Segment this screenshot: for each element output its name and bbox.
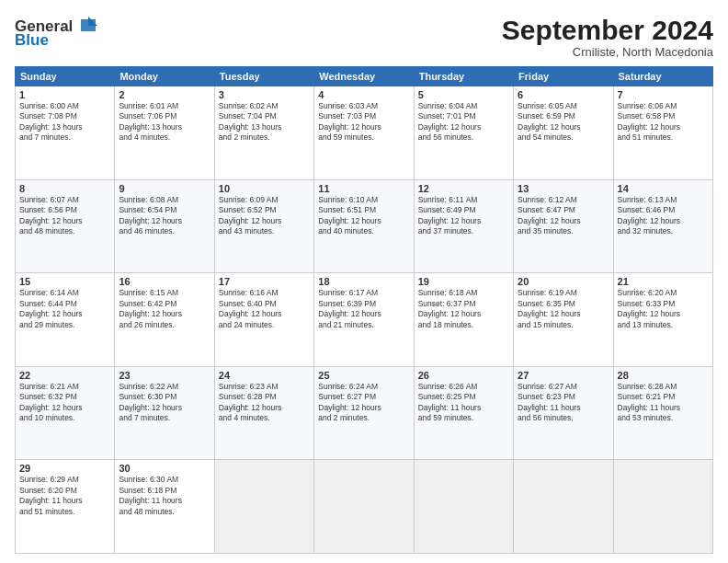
day-info: Sunrise: 6:28 AM Sunset: 6:21 PM Dayligh… [618,382,709,424]
day-number: 23 [119,370,210,381]
calendar-cell: 7Sunrise: 6:06 AM Sunset: 6:58 PM Daylig… [613,86,712,180]
header-row: Sunday Monday Tuesday Wednesday Thursday… [16,67,713,86]
calendar-cell: 24Sunrise: 6:23 AM Sunset: 6:28 PM Dayli… [214,366,313,460]
calendar-cell [214,460,313,554]
day-info: Sunrise: 6:21 AM Sunset: 6:32 PM Dayligh… [19,382,110,424]
day-info: Sunrise: 6:01 AM Sunset: 7:06 PM Dayligh… [119,101,210,144]
day-number: 30 [119,463,210,474]
col-thursday: Thursday [414,67,513,86]
day-info: Sunrise: 6:06 AM Sunset: 6:58 PM Dayligh… [618,101,709,144]
day-number: 8 [19,183,110,194]
day-number: 7 [618,89,709,100]
day-info: Sunrise: 6:09 AM Sunset: 6:52 PM Dayligh… [219,195,310,237]
col-wednesday: Wednesday [314,67,414,86]
day-number: 16 [119,276,210,287]
day-info: Sunrise: 6:26 AM Sunset: 6:25 PM Dayligh… [418,382,509,424]
calendar-cell: 18Sunrise: 6:17 AM Sunset: 6:39 PM Dayli… [314,273,414,367]
day-info: Sunrise: 6:10 AM Sunset: 6:51 PM Dayligh… [318,195,409,237]
day-info: Sunrise: 6:24 AM Sunset: 6:27 PM Dayligh… [318,382,409,424]
day-info: Sunrise: 6:05 AM Sunset: 6:59 PM Dayligh… [518,101,609,144]
month-title: September 2024 [502,15,713,45]
day-info: Sunrise: 6:27 AM Sunset: 6:23 PM Dayligh… [518,382,609,424]
title-block: September 2024 Crniliste, North Macedoni… [502,15,713,59]
day-number: 29 [19,463,110,474]
calendar-cell: 16Sunrise: 6:15 AM Sunset: 6:42 PM Dayli… [115,273,214,367]
logo: General Blue [15,15,97,48]
day-number: 19 [418,276,509,287]
calendar-cell: 30Sunrise: 6:30 AM Sunset: 6:18 PM Dayli… [115,460,214,554]
day-number: 21 [618,276,709,287]
calendar-cell [414,460,513,554]
calendar-cell: 8Sunrise: 6:07 AM Sunset: 6:56 PM Daylig… [16,179,115,273]
calendar-cell: 17Sunrise: 6:16 AM Sunset: 6:40 PM Dayli… [214,273,313,367]
day-info: Sunrise: 6:02 AM Sunset: 7:04 PM Dayligh… [219,101,310,144]
day-number: 28 [618,370,709,381]
calendar-cell [514,460,613,554]
calendar-cell [314,460,414,554]
day-number: 27 [518,370,609,381]
calendar-table: Sunday Monday Tuesday Wednesday Thursday… [15,66,713,554]
day-info: Sunrise: 6:15 AM Sunset: 6:42 PM Dayligh… [119,288,210,330]
calendar-cell: 3Sunrise: 6:02 AM Sunset: 7:04 PM Daylig… [214,86,313,180]
calendar-cell: 11Sunrise: 6:10 AM Sunset: 6:51 PM Dayli… [314,179,414,273]
day-info: Sunrise: 6:11 AM Sunset: 6:49 PM Dayligh… [418,195,509,237]
calendar-cell: 9Sunrise: 6:08 AM Sunset: 6:54 PM Daylig… [115,179,214,273]
calendar-cell: 22Sunrise: 6:21 AM Sunset: 6:32 PM Dayli… [16,366,115,460]
day-number: 18 [318,276,409,287]
calendar-cell: 1Sunrise: 6:00 AM Sunset: 7:08 PM Daylig… [16,86,115,180]
day-number: 14 [618,183,709,194]
calendar-cell: 10Sunrise: 6:09 AM Sunset: 6:52 PM Dayli… [214,179,313,273]
day-number: 17 [219,276,310,287]
calendar-cell: 19Sunrise: 6:18 AM Sunset: 6:37 PM Dayli… [414,273,513,367]
day-number: 20 [518,276,609,287]
day-number: 1 [19,89,110,100]
day-number: 3 [219,89,310,100]
svg-text:Blue: Blue [15,31,49,48]
day-info: Sunrise: 6:00 AM Sunset: 7:08 PM Dayligh… [19,101,110,144]
col-sunday: Sunday [16,67,115,86]
calendar-cell: 25Sunrise: 6:24 AM Sunset: 6:27 PM Dayli… [314,366,414,460]
day-number: 25 [318,370,409,381]
calendar-cell: 5Sunrise: 6:04 AM Sunset: 7:01 PM Daylig… [414,86,513,180]
day-number: 4 [318,89,409,100]
day-info: Sunrise: 6:17 AM Sunset: 6:39 PM Dayligh… [318,288,409,330]
day-info: Sunrise: 6:03 AM Sunset: 7:03 PM Dayligh… [318,101,409,144]
calendar-cell: 20Sunrise: 6:19 AM Sunset: 6:35 PM Dayli… [514,273,613,367]
day-info: Sunrise: 6:19 AM Sunset: 6:35 PM Dayligh… [518,288,609,330]
calendar-cell: 12Sunrise: 6:11 AM Sunset: 6:49 PM Dayli… [414,179,513,273]
day-number: 22 [19,370,110,381]
day-number: 26 [418,370,509,381]
day-info: Sunrise: 6:30 AM Sunset: 6:18 PM Dayligh… [119,475,210,517]
day-number: 13 [518,183,609,194]
calendar-cell: 21Sunrise: 6:20 AM Sunset: 6:33 PM Dayli… [613,273,712,367]
day-number: 24 [219,370,310,381]
calendar-cell: 13Sunrise: 6:12 AM Sunset: 6:47 PM Dayli… [514,179,613,273]
calendar-cell: 29Sunrise: 6:29 AM Sunset: 6:20 PM Dayli… [16,460,115,554]
location-subtitle: Crniliste, North Macedonia [502,45,713,59]
day-info: Sunrise: 6:29 AM Sunset: 6:20 PM Dayligh… [19,475,110,517]
day-info: Sunrise: 6:20 AM Sunset: 6:33 PM Dayligh… [618,288,709,330]
col-friday: Friday [514,67,613,86]
header: General Blue September 2024 Crniliste, N… [15,15,713,59]
calendar-cell: 15Sunrise: 6:14 AM Sunset: 6:44 PM Dayli… [16,273,115,367]
day-number: 12 [418,183,509,194]
day-info: Sunrise: 6:22 AM Sunset: 6:30 PM Dayligh… [119,382,210,424]
day-info: Sunrise: 6:07 AM Sunset: 6:56 PM Dayligh… [19,195,110,237]
day-info: Sunrise: 6:14 AM Sunset: 6:44 PM Dayligh… [19,288,110,330]
calendar-cell: 4Sunrise: 6:03 AM Sunset: 7:03 PM Daylig… [314,86,414,180]
col-saturday: Saturday [613,67,712,86]
day-number: 9 [119,183,210,194]
calendar-cell: 6Sunrise: 6:05 AM Sunset: 6:59 PM Daylig… [514,86,613,180]
calendar-page: General Blue September 2024 Crniliste, N… [0,0,728,563]
day-number: 2 [119,89,210,100]
day-number: 10 [219,183,310,194]
logo-icon: General Blue [15,15,97,48]
calendar-cell: 2Sunrise: 6:01 AM Sunset: 7:06 PM Daylig… [115,86,214,180]
day-number: 6 [518,89,609,100]
col-monday: Monday [115,67,214,86]
day-info: Sunrise: 6:23 AM Sunset: 6:28 PM Dayligh… [219,382,310,424]
day-info: Sunrise: 6:16 AM Sunset: 6:40 PM Dayligh… [219,288,310,330]
day-number: 11 [318,183,409,194]
calendar-cell: 23Sunrise: 6:22 AM Sunset: 6:30 PM Dayli… [115,366,214,460]
calendar-cell: 28Sunrise: 6:28 AM Sunset: 6:21 PM Dayli… [613,366,712,460]
